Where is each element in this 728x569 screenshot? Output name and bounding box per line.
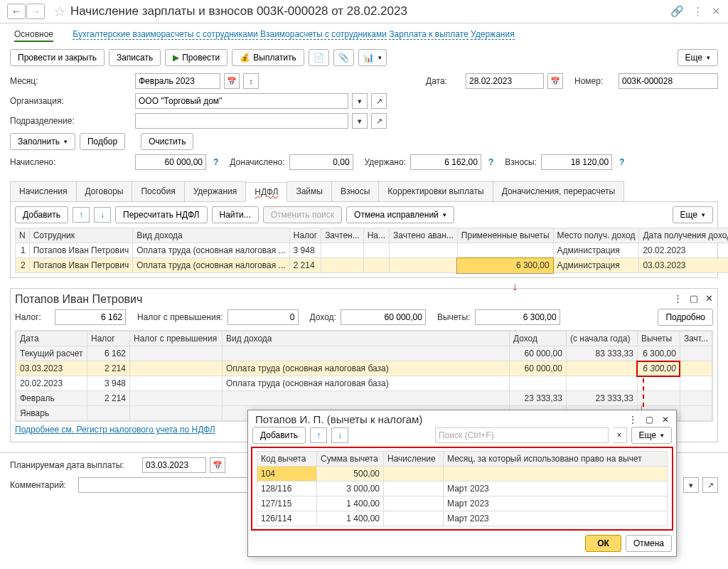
favorite-star-icon[interactable]: ☆ [53, 3, 66, 20]
org-dropdown-icon[interactable]: ▾ [352, 93, 368, 109]
table-row[interactable]: 1Потапов Иван ПетровичОплата труда (осно… [16, 243, 729, 258]
tab-corrections[interactable]: Корректировки выплаты [378, 181, 493, 201]
panel-maximize-icon[interactable]: ▢ [690, 293, 698, 304]
dcol-date[interactable]: Дата [16, 331, 87, 346]
table-row[interactable]: 03.03.20232 214Оплата труда (основная на… [16, 361, 712, 376]
dept-field[interactable] [135, 113, 348, 129]
accrued-help-icon[interactable]: ? [213, 157, 218, 167]
fcol-accrual[interactable]: Начисление [384, 452, 444, 467]
add-row-button[interactable]: Добавить [15, 206, 68, 223]
detail-tax-field[interactable] [55, 309, 126, 325]
table-row[interactable]: 2Потапов Иван ПетровичОплата труда (осно… [16, 258, 729, 273]
cancel-button[interactable]: Отмена [626, 535, 672, 552]
tab-accruals[interactable]: Начисления [10, 181, 77, 201]
col-income-type[interactable]: Вид дохода [133, 228, 289, 243]
table-row[interactable]: Текущий расчет6 16260 000,0083 333,336 3… [16, 346, 712, 361]
nav-back-button[interactable]: ← [7, 4, 26, 19]
float-close-icon[interactable]: ✕ [662, 415, 669, 425]
col-employee[interactable]: Сотрудник [29, 228, 133, 243]
dcol-excess[interactable]: Налог с превышения [130, 331, 223, 346]
move-up-button[interactable]: ↑ [73, 207, 90, 223]
section-settlements-link[interactable]: Взаиморасчеты с сотрудниками [260, 29, 387, 40]
print-button[interactable]: 📄 [309, 49, 329, 66]
section-accounting-link[interactable]: Бухгалтерские взаиморасчеты с сотрудника… [73, 29, 257, 40]
deduct-up-button[interactable]: ↑ [310, 427, 327, 443]
contrib-help-icon[interactable]: ? [619, 157, 624, 167]
table-row[interactable]: 20.02.20233 948Оплата труда (основная на… [16, 376, 712, 391]
fcol-code[interactable]: Код вычета [257, 452, 317, 467]
month-field[interactable] [135, 73, 220, 89]
dept-open-icon[interactable]: ↗ [371, 113, 387, 129]
table-row[interactable]: 128/1163 000,00Март 2023 [257, 482, 668, 496]
pay-button[interactable]: 💰Выплатить [232, 49, 304, 66]
dcol-type[interactable]: Вид дохода [223, 331, 510, 346]
date-field[interactable] [466, 73, 544, 89]
deduct-down-button[interactable]: ↓ [331, 427, 348, 443]
post-and-close-button[interactable]: Провести и закрыть [10, 49, 105, 66]
withheld-help-icon[interactable]: ? [488, 157, 493, 167]
tab-contributions[interactable]: Взносы [331, 181, 379, 201]
dcol-cred[interactable]: Зачт... [680, 331, 712, 346]
dcol-tax[interactable]: Налог [87, 331, 130, 346]
table-row[interactable]: Февраль2 21423 333,3323 333,33 [16, 391, 712, 406]
detail-excess-field[interactable] [228, 309, 299, 325]
move-down-button[interactable]: ↓ [94, 207, 111, 223]
contrib-field[interactable] [541, 154, 612, 170]
tab-benefits[interactable]: Пособия [132, 181, 184, 201]
month-stepper-icon[interactable]: ↕ [243, 73, 259, 89]
col-n[interactable]: N [16, 228, 30, 243]
dcol-income[interactable]: Доход [509, 331, 566, 346]
ok-button[interactable]: ОК [585, 535, 621, 552]
org-open-icon[interactable]: ↗ [371, 93, 387, 109]
extra-field[interactable] [289, 154, 353, 170]
tab-contracts[interactable]: Договоры [76, 181, 133, 201]
fill-button[interactable]: Заполнить▾ [10, 133, 75, 150]
section-main[interactable]: Основное [14, 29, 53, 42]
attachment-button[interactable]: 📎 [333, 49, 354, 66]
dcol-ytd[interactable]: (с начала года) [566, 331, 637, 346]
deduct-search-clear-icon[interactable]: × [613, 427, 627, 443]
detail-income-field[interactable] [341, 309, 426, 325]
detail-more-button[interactable]: Подробно [658, 309, 713, 326]
accrued-field[interactable] [135, 154, 206, 170]
comment-dropdown-icon[interactable]: ▾ [683, 477, 699, 493]
plan-date-field[interactable] [142, 457, 206, 473]
withheld-field[interactable] [410, 154, 481, 170]
ndfl-more-button[interactable]: Еще▾ [673, 206, 713, 223]
deduct-add-button[interactable]: Добавить [252, 427, 306, 444]
panel-close-icon[interactable]: ✕ [705, 293, 713, 304]
post-button[interactable]: ▶Провести [165, 49, 228, 66]
col-na[interactable]: На... [363, 228, 389, 243]
table-row[interactable]: 126/1141 400,00Март 2023 [257, 511, 668, 526]
float-maximize-icon[interactable]: ▢ [646, 415, 653, 425]
recalc-ndfl-button[interactable]: Пересчитать НДФЛ [115, 206, 207, 223]
ndfl-table[interactable]: N Сотрудник Вид дохода Налог Зачтен... Н… [15, 228, 728, 273]
find-button[interactable]: Найти... [212, 206, 259, 223]
close-window-icon[interactable]: ✕ [712, 5, 721, 18]
more-menu-icon[interactable]: ⋮ [692, 5, 703, 18]
report-button[interactable]: 📊▾ [358, 49, 387, 66]
number-field[interactable] [619, 73, 718, 89]
org-field[interactable] [135, 93, 348, 109]
table-row[interactable]: 104500,00 [257, 467, 668, 482]
deduct-search-input[interactable]: Поиск (Ctrl+F) [435, 427, 609, 443]
dept-dropdown-icon[interactable]: ▾ [352, 113, 368, 129]
panel-more-icon[interactable]: ⋮ [673, 293, 682, 304]
more-button[interactable]: Еще▾ [678, 49, 718, 66]
section-salary-pay-link[interactable]: Зарплата к выплате [389, 29, 468, 40]
section-withholdings-link[interactable]: Удержания [471, 29, 515, 40]
tab-recalc[interactable]: Доначисления, перерасчеты [493, 181, 624, 201]
deduct-more-button[interactable]: Еще▾ [631, 427, 672, 444]
save-button[interactable]: Записать [109, 49, 161, 66]
col-applied-deduct[interactable]: Примененные вычеты [457, 228, 553, 243]
dcol-deduct[interactable]: Вычеты [637, 331, 680, 346]
col-credited-adv[interactable]: Зачтено аван... [390, 228, 458, 243]
tab-ndfl[interactable]: НДФЛ [245, 182, 287, 202]
fcol-sum[interactable]: Сумма вычета [317, 452, 384, 467]
col-tax[interactable]: Налог [289, 228, 321, 243]
deductions-table[interactable]: Код вычета Сумма вычета Начисление Месяц… [257, 451, 668, 526]
select-button[interactable]: Подбор [80, 133, 125, 150]
col-income-date[interactable]: Дата получения дохода [639, 228, 728, 243]
nav-forward-button[interactable]: → [26, 4, 45, 19]
col-income-place[interactable]: Место получ. доход [553, 228, 639, 243]
